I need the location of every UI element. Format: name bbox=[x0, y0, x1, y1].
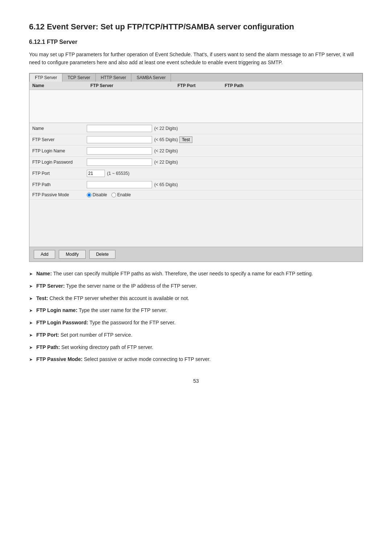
label-ftp-port: FTP Port bbox=[32, 171, 87, 176]
desc-ftp-login-name: FTP Login name: Type the user name for t… bbox=[29, 307, 363, 315]
desc-test: Test: Check the FTP server whether this … bbox=[29, 295, 363, 303]
row-ftp-path: FTP Path (< 65 Digits) bbox=[29, 179, 363, 190]
desc-ftp-login-password: FTP Login Password: Type the password fo… bbox=[29, 319, 363, 327]
hint-name: (< 22 Digits) bbox=[154, 126, 178, 131]
input-ftp-server[interactable] bbox=[87, 136, 152, 143]
hint-ftp-server: (< 65 Digits) bbox=[154, 137, 178, 142]
test-button[interactable]: Test bbox=[179, 136, 192, 143]
label-ftp-login-name: FTP Login Name bbox=[32, 148, 87, 153]
empty-area bbox=[29, 200, 363, 247]
main-title: 6.12 Event Server: Set up FTP/TCP/HTTP/S… bbox=[29, 22, 363, 32]
row-ftp-login-password: FTP Login Password (< 22 Digits) bbox=[29, 157, 363, 168]
hint-ftp-port: (1 ~ 65535) bbox=[107, 171, 130, 176]
label-ftp-server: FTP Server bbox=[32, 137, 87, 142]
desc-name: Name: The user can specify multiple FTP … bbox=[29, 270, 363, 278]
row-ftp-passive-mode: FTP Passive Mode Disable Enable bbox=[29, 190, 363, 200]
label-ftp-passive-mode: FTP Passive Mode bbox=[32, 192, 87, 197]
row-name: Name (< 22 Digits) bbox=[29, 123, 363, 134]
tab-http-server[interactable]: HTTP Server bbox=[96, 74, 132, 82]
list-area: Name FTP Server FTP Port FTP Path bbox=[29, 82, 363, 123]
button-bar: Add Modify Delete bbox=[29, 247, 363, 262]
list-header: Name FTP Server FTP Port FTP Path bbox=[29, 82, 363, 90]
form-area: Name (< 22 Digits) FTP Server (< 65 Digi… bbox=[29, 123, 363, 262]
intro-text: You may set up FTP parameters for furthe… bbox=[29, 50, 363, 67]
ftp-panel: FTP Server TCP Server HTTP Server SAMBA … bbox=[29, 73, 363, 262]
list-body bbox=[29, 90, 363, 123]
tab-ftp-server[interactable]: FTP Server bbox=[30, 74, 62, 82]
col-ftp-port: FTP Port bbox=[177, 83, 225, 88]
label-ftp-login-password: FTP Login Password bbox=[32, 160, 87, 165]
desc-ftp-passive-mode: FTP Passive Mode: Select passive or acti… bbox=[29, 356, 363, 364]
radio-disable[interactable] bbox=[87, 193, 91, 197]
input-ftp-port[interactable] bbox=[87, 170, 105, 177]
tab-bar: FTP Server TCP Server HTTP Server SAMBA … bbox=[29, 73, 363, 82]
delete-button[interactable]: Delete bbox=[89, 250, 116, 259]
row-ftp-port: FTP Port (1 ~ 65535) bbox=[29, 168, 363, 179]
input-ftp-login-name[interactable] bbox=[87, 147, 152, 155]
input-ftp-login-password[interactable] bbox=[87, 159, 152, 166]
col-ftp-server: FTP Server bbox=[90, 83, 177, 88]
radio-enable[interactable] bbox=[111, 193, 116, 197]
label-name: Name bbox=[32, 126, 87, 131]
col-name: Name bbox=[32, 83, 90, 88]
col-ftp-path: FTP Path bbox=[225, 83, 360, 88]
sub-title: 6.12.1 FTP Server bbox=[29, 39, 363, 45]
input-ftp-path[interactable] bbox=[87, 181, 152, 188]
desc-ftp-server: FTP Server: Type the server name or the … bbox=[29, 282, 363, 290]
row-ftp-server: FTP Server (< 65 Digits) Test bbox=[29, 134, 363, 145]
radio-group-passive: Disable Enable bbox=[87, 192, 131, 197]
desc-ftp-path: FTP Path: Set working directory path of … bbox=[29, 344, 363, 352]
radio-disable-label[interactable]: Disable bbox=[87, 192, 107, 197]
desc-ftp-port: FTP Port: Set port number of FTP service… bbox=[29, 331, 363, 339]
tab-tcp-server[interactable]: TCP Server bbox=[62, 74, 95, 82]
hint-ftp-path: (< 65 Digits) bbox=[154, 182, 178, 187]
input-name[interactable] bbox=[87, 125, 152, 132]
add-button[interactable]: Add bbox=[34, 250, 55, 259]
description-list: Name: The user can specify multiple FTP … bbox=[29, 270, 363, 364]
page-number: 53 bbox=[29, 378, 363, 384]
hint-ftp-login-name: (< 22 Digits) bbox=[154, 148, 178, 153]
hint-ftp-login-password: (< 22 Digits) bbox=[154, 160, 178, 165]
modify-button[interactable]: Modify bbox=[59, 250, 85, 259]
tab-samba-server[interactable]: SAMBA Server bbox=[131, 74, 171, 82]
label-ftp-path: FTP Path bbox=[32, 182, 87, 187]
row-ftp-login-name: FTP Login Name (< 22 Digits) bbox=[29, 145, 363, 157]
radio-enable-label[interactable]: Enable bbox=[111, 192, 131, 197]
